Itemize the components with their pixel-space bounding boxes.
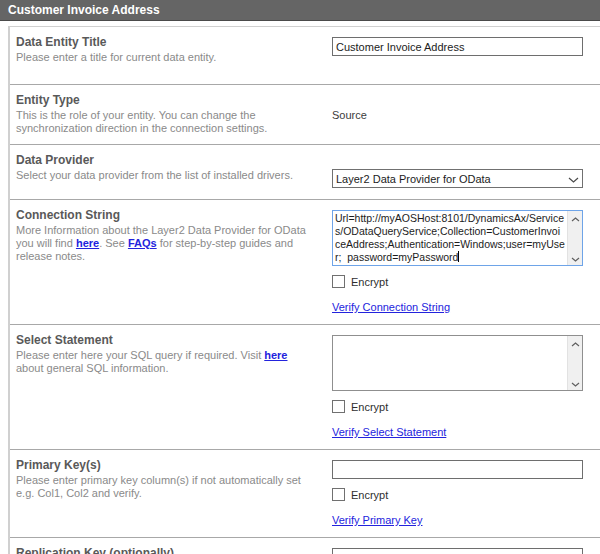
primary-key-encrypt-row: Encrypt (332, 488, 583, 501)
select-encrypt-row: Encrypt (332, 400, 583, 413)
connection-string-scrollbar[interactable] (567, 211, 582, 265)
connection-desc-text-2: . See (99, 237, 128, 249)
encrypt-label: Encrypt (351, 489, 388, 501)
section-replication-key: Replication Key (optionally) In some cas… (10, 537, 600, 554)
data-entity-title-value: Customer Invoice Address (336, 41, 464, 53)
verify-primary-key-link[interactable]: Verify Primary Key (332, 514, 422, 526)
encrypt-checkbox[interactable] (332, 488, 345, 501)
form-panel: Data Entity Title Please enter a title f… (8, 26, 600, 554)
section-data-entity-title: Data Entity Title Please enter a title f… (10, 27, 600, 84)
select-desc-text-1: Please enter here your SQL query if requ… (16, 349, 264, 361)
data-provider-heading: Data Provider (16, 153, 317, 167)
select-statement-heading: Select Statement (16, 333, 317, 347)
primary-key-description: Please enter primary key column(s) if no… (16, 474, 317, 500)
data-provider-select[interactable]: Layer2 Data Provider for OData (332, 169, 583, 188)
chevron-down-icon[interactable] (571, 379, 580, 387)
primary-key-heading: Primary Key(s) (16, 458, 317, 472)
data-provider-description: Select your data provider from the list … (16, 169, 317, 182)
chevron-up-icon[interactable] (571, 339, 580, 347)
section-entity-type: Entity Type This is the role of your ent… (10, 84, 600, 144)
select-statement-scrollbar[interactable] (567, 336, 582, 390)
chevron-down-icon (568, 173, 579, 185)
connection-string-textarea[interactable]: Url=http://myAOSHost:8101/DynamicsAx/Ser… (332, 210, 583, 266)
replication-key-input[interactable] (332, 548, 583, 554)
encrypt-checkbox[interactable] (332, 400, 345, 413)
here-link[interactable]: here (264, 349, 287, 361)
verify-connection-string-link[interactable]: Verify Connection String (332, 301, 450, 313)
encrypt-label: Encrypt (351, 276, 388, 288)
primary-key-input[interactable] (332, 460, 583, 479)
connection-encrypt-row: Encrypt (332, 275, 583, 288)
select-statement-description: Please enter here your SQL query if requ… (16, 349, 317, 375)
entity-type-description: This is the role of your entity. You can… (16, 109, 317, 135)
entity-type-value: Source (332, 109, 583, 121)
encrypt-label: Encrypt (351, 401, 388, 413)
section-primary-key: Primary Key(s) Please enter primary key … (10, 449, 600, 537)
replication-key-heading: Replication Key (optionally) (16, 546, 317, 554)
chevron-down-icon[interactable] (571, 254, 580, 262)
window-title-bar: Customer Invoice Address (0, 0, 600, 21)
text-caret (458, 251, 459, 262)
connection-string-heading: Connection String (16, 208, 317, 222)
section-connection-string: Connection String More Information about… (10, 199, 600, 324)
data-entity-title-description: Please enter a title for current data en… (16, 51, 317, 64)
select-desc-text-2: about general SQL information. (16, 362, 168, 374)
data-entity-title-heading: Data Entity Title (16, 35, 317, 49)
verify-select-statement-link[interactable]: Verify Select Statement (332, 426, 446, 438)
encrypt-checkbox[interactable] (332, 275, 345, 288)
connection-string-value: Url=http://myAOSHost:8101/DynamicsAx/Ser… (335, 212, 565, 263)
section-select-statement: Select Statement Please enter here your … (10, 324, 600, 449)
faqs-link[interactable]: FAQs (128, 237, 157, 249)
chevron-up-icon[interactable] (571, 214, 580, 222)
data-provider-selected-value: Layer2 Data Provider for OData (336, 173, 491, 185)
select-statement-textarea[interactable] (332, 335, 583, 391)
here-link[interactable]: here (76, 237, 99, 249)
window-title: Customer Invoice Address (8, 3, 160, 17)
section-data-provider: Data Provider Select your data provider … (10, 144, 600, 199)
data-entity-title-input[interactable]: Customer Invoice Address (332, 37, 583, 56)
connection-string-description: More Information about the Layer2 Data P… (16, 224, 317, 263)
entity-type-heading: Entity Type (16, 93, 317, 107)
